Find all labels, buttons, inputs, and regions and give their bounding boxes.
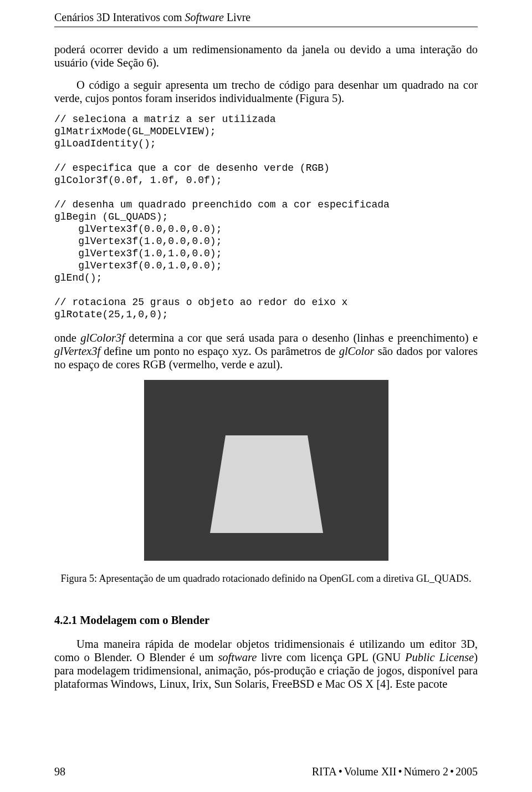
- p3-f: glColor: [339, 345, 375, 357]
- paragraph-3: onde glColor3f determina a cor que será …: [54, 331, 478, 372]
- paragraph-4: Uma maneira rápida de modelar objetos tr…: [54, 637, 478, 691]
- p3-b: glColor3f: [80, 332, 125, 344]
- p4-c: livre com licença GPL (GNU: [257, 651, 405, 663]
- figure-canvas: [144, 380, 388, 561]
- p4-b: software: [218, 651, 257, 663]
- running-header: Cenários 3D Interativos com Software Liv…: [54, 11, 478, 27]
- bullet-icon: •: [396, 765, 403, 778]
- footer-citation: RITA•Volume XII•Número 2•2005: [312, 765, 478, 779]
- section-number: 4.2.1: [54, 614, 77, 626]
- figure-caption: Figura 5: Apresentação de um quadrado ro…: [54, 573, 478, 601]
- footer-journal: RITA: [312, 765, 337, 778]
- p4-d: Public License: [405, 651, 474, 663]
- code-block: // seleciona a matriz a ser utilizada gl…: [54, 114, 478, 321]
- p3-a: onde: [54, 332, 80, 344]
- paragraph-2: O código a seguir apresenta um trecho de…: [54, 78, 478, 105]
- header-title-b: Software: [185, 11, 224, 23]
- rotated-quad-icon: [210, 435, 323, 533]
- bullet-icon: •: [448, 765, 456, 778]
- page-number: 98: [54, 765, 65, 779]
- figure-5: [54, 380, 478, 561]
- header-title-a: Cenários 3D Interativos com: [54, 11, 185, 23]
- section-title: Modelagem com o Blender: [80, 614, 209, 626]
- svg-marker-0: [210, 435, 323, 533]
- footer-year: 2005: [456, 765, 478, 778]
- p3-d: glVertex3f: [54, 345, 100, 357]
- bullet-icon: •: [337, 765, 344, 778]
- paragraph-1: poderá ocorrer devido a um redimensionam…: [54, 43, 478, 69]
- page-content: Cenários 3D Interativos com Software Liv…: [0, 0, 532, 691]
- footer-issue: Número 2: [403, 765, 448, 778]
- p3-e: define um ponto no espaço xyz. Os parâme…: [100, 345, 339, 357]
- section-heading: 4.2.1 Modelagem com o Blender: [54, 613, 478, 627]
- p3-c: determina a cor que será usada para o de…: [125, 332, 478, 344]
- header-title-c: Livre: [224, 11, 250, 23]
- footer-volume: Volume XII: [344, 765, 397, 778]
- page-footer: 98 RITA•Volume XII•Número 2•2005: [54, 765, 478, 779]
